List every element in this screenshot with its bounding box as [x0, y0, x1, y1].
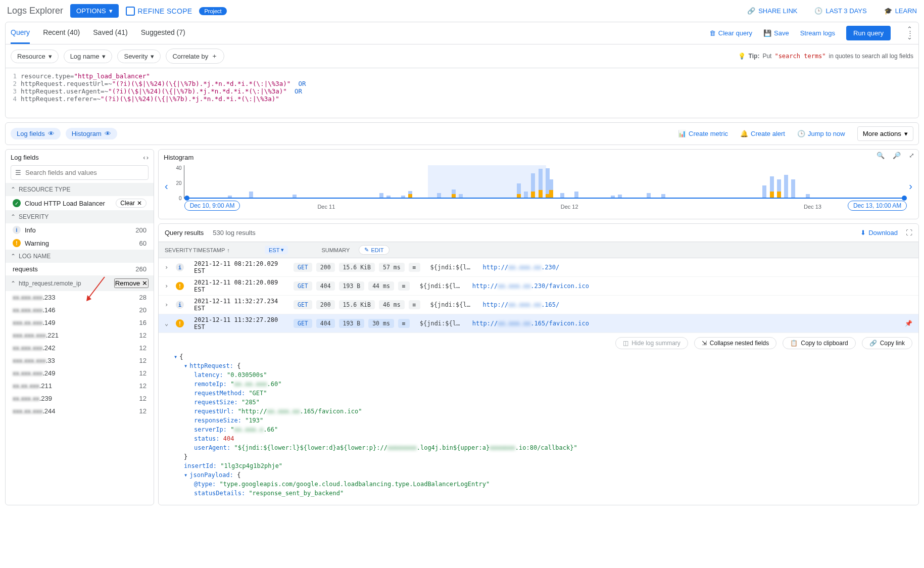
histogram-prev-button[interactable]: ‹ — [163, 180, 170, 192]
remote-ip-row[interactable]: xx.xxx.xxx.23328 — [6, 291, 154, 304]
col-timestamp[interactable]: TIMESTAMP ↑ — [193, 247, 259, 253]
warning-icon: ! — [176, 319, 184, 327]
remote-ip-row[interactable]: xx.xxx.xx.23912 — [6, 392, 154, 405]
remote-ip-row[interactable]: xxx.xx.xxx.14916 — [6, 316, 154, 329]
correlate-filter-button[interactable]: Correlate by ＋ — [166, 49, 224, 64]
remote-ip-row[interactable]: xx.xxx.xxx.14620 — [6, 304, 154, 316]
logname-filter-button[interactable]: Log name ▾ — [64, 50, 113, 63]
histogram-chip[interactable]: Histogram 👁 — [66, 128, 117, 139]
collapse-fields-button[interactable]: ⇲ Collapse nested fields — [694, 337, 776, 349]
remote-ip-row[interactable]: xxx.xxx.xxx.3312 — [6, 354, 154, 367]
ip-suffix: .242 — [42, 344, 55, 352]
sort-asc-icon: ↑ — [227, 247, 230, 253]
col-severity[interactable]: SEVERITY — [165, 247, 187, 253]
panel-menu-button[interactable]: ⌃⋮⌄ — [907, 28, 913, 39]
expand-button[interactable]: › — [165, 301, 170, 308]
remote-ip-row[interactable]: xxx.xxx.xxx.22112 — [6, 329, 154, 342]
bar-info — [539, 169, 543, 190]
bar-info — [531, 173, 535, 192]
expand-button[interactable]: ⌄ — [165, 320, 170, 327]
edit-columns-button[interactable]: ✎ EDIT — [359, 245, 389, 255]
tab-query[interactable]: Query — [11, 22, 30, 44]
remote-ip-row[interactable]: xx.xxx.xxx.24912 — [6, 367, 154, 380]
copy-clipboard-button[interactable]: 📋 Copy to clipboard — [783, 337, 855, 349]
remove-remote-ip-button[interactable]: Remove ✕ — [114, 278, 149, 288]
more-actions-button[interactable]: More actions ▾ — [857, 126, 913, 141]
json-key: latency: — [194, 371, 223, 378]
remote-ip-row[interactable]: xx.xx.xxx.21112 — [6, 380, 154, 392]
share-link-button[interactable]: 🔗 SHARE LINK — [747, 7, 797, 15]
clear-query-button[interactable]: 🗑 Clear query — [709, 29, 752, 37]
learn-button[interactable]: 🎓 LEARN — [884, 7, 917, 15]
search-fields-input-wrapper[interactable]: ☰ — [11, 165, 149, 180]
tab-saved[interactable]: Saved (41) — [93, 22, 127, 44]
resource-value-row[interactable]: ✓ Cloud HTTP Load Balancer Clear ✕ — [6, 196, 154, 210]
method-chip: GET — [294, 319, 312, 328]
severity-filter-button[interactable]: Severity ▾ — [117, 50, 161, 63]
severity-info-row[interactable]: i Info 200 — [6, 223, 154, 236]
eye-off-icon: ◫ — [623, 340, 628, 347]
timezone-button[interactable]: EST ▾ — [265, 246, 288, 254]
hide-summary-button[interactable]: ◫ Hide log summary — [615, 337, 688, 349]
query-editor[interactable]: 1 resource.type="http_load_balancer" 2 h… — [6, 68, 918, 118]
expand-button[interactable]: › — [165, 264, 170, 271]
fullscreen-button[interactable]: ⛶ — [906, 229, 912, 236]
log-row[interactable]: › ! 2021-12-11 08:21:20.089 EST GET 404 … — [159, 277, 918, 296]
remote-ip-row[interactable]: xx.xxx.xxx.24212 — [6, 342, 154, 354]
chevron-up-icon: ⌃ — [11, 186, 16, 193]
severity-warning-row[interactable]: ! Warning 60 — [6, 236, 154, 250]
json-key: requestSize: — [194, 399, 238, 406]
options-button[interactable]: OPTIONS ▾ — [70, 4, 119, 18]
section-severity[interactable]: ⌃ SEVERITY — [6, 210, 154, 223]
refine-scope-button[interactable]: REFINE SCOPE — [126, 7, 192, 16]
severity-cell: ! — [176, 282, 188, 290]
status-chip: 404 — [316, 319, 335, 328]
zoom-out-icon[interactable]: 🔍 — [877, 152, 885, 159]
x-tick: Dec 13 — [804, 204, 821, 210]
section-severity-label: SEVERITY — [19, 213, 48, 220]
expand-button[interactable]: › — [165, 282, 170, 290]
log-row[interactable]: ⌄ ! 2021-12-11 11:32:27.280 EST GET 404 … — [159, 314, 918, 333]
expand-icon[interactable]: ⤢ — [909, 152, 914, 159]
histogram-next-button[interactable]: › — [907, 180, 914, 192]
create-alert-button[interactable]: 🔔 Create alert — [740, 130, 785, 137]
tab-recent[interactable]: Recent (40) — [43, 22, 80, 44]
pin-icon[interactable]: 📌 — [905, 320, 912, 327]
time-range-button[interactable]: 🕒 LAST 3 DAYS — [814, 7, 866, 15]
stream-logs-button[interactable]: Stream logs — [800, 29, 835, 37]
col-summary[interactable]: SUMMARY — [321, 247, 350, 253]
histogram-chart[interactable]: 40 20 0 Dec 10, 9:00 AM Dec 11 Dec 12 De… — [170, 163, 907, 209]
json-value: .165/favicon.ico" — [300, 408, 362, 415]
section-logname[interactable]: ⌃ LOG NAME — [6, 250, 154, 263]
section-remote-ip[interactable]: ⌃ http_request.remote_ip Remove ✕ — [6, 275, 154, 291]
resource-filter-button[interactable]: Resource ▾ — [11, 50, 59, 63]
time-end-pill[interactable]: Dec 13, 10:00 AM — [848, 201, 907, 211]
clear-resource-button[interactable]: Clear ✕ — [116, 199, 147, 208]
close-icon: ✕ — [137, 200, 142, 207]
logfields-chip-label: Log fields — [17, 130, 45, 137]
download-button[interactable]: ⬇ Download — [860, 229, 898, 236]
log-row[interactable]: › i 2021-12-11 08:21:20.029 EST GET 200 … — [159, 258, 918, 277]
bar-info — [647, 193, 651, 198]
y-axis: 40 20 0 — [170, 165, 184, 199]
run-query-button[interactable]: Run query — [846, 26, 891, 40]
jump-to-now-button[interactable]: 🕒 Jump to now — [797, 130, 845, 137]
copy-link-button[interactable]: 🔗 Copy link — [862, 337, 912, 349]
zoom-in-icon[interactable]: 🔎 — [893, 152, 901, 159]
log-row[interactable]: › i 2021-12-11 11:32:27.234 EST GET 200 … — [159, 296, 918, 314]
latency-chip: 57 ms — [379, 263, 405, 272]
caret-icon[interactable]: ▾ — [184, 362, 187, 369]
remote-ip-row[interactable]: xxx.xx.xxx.24412 — [6, 405, 154, 417]
create-metric-button[interactable]: 📊 Create metric — [678, 130, 728, 137]
caret-icon[interactable]: ▾ — [184, 471, 187, 479]
warning-icon: ! — [176, 282, 184, 290]
section-resource-type[interactable]: ⌃ RESOURCE TYPE — [6, 183, 154, 196]
panel-nav-button[interactable]: ‹› — [143, 154, 149, 161]
tab-suggested[interactable]: Suggested (7) — [141, 22, 185, 44]
logname-requests-row[interactable]: requests 260 — [6, 263, 154, 275]
save-query-button[interactable]: 💾 Save — [763, 29, 789, 37]
logfields-chip[interactable]: Log fields 👁 — [11, 128, 61, 139]
search-fields-input[interactable] — [25, 169, 144, 176]
caret-icon[interactable]: ▾ — [174, 353, 177, 360]
time-start-pill[interactable]: Dec 10, 9:00 AM — [184, 201, 240, 211]
